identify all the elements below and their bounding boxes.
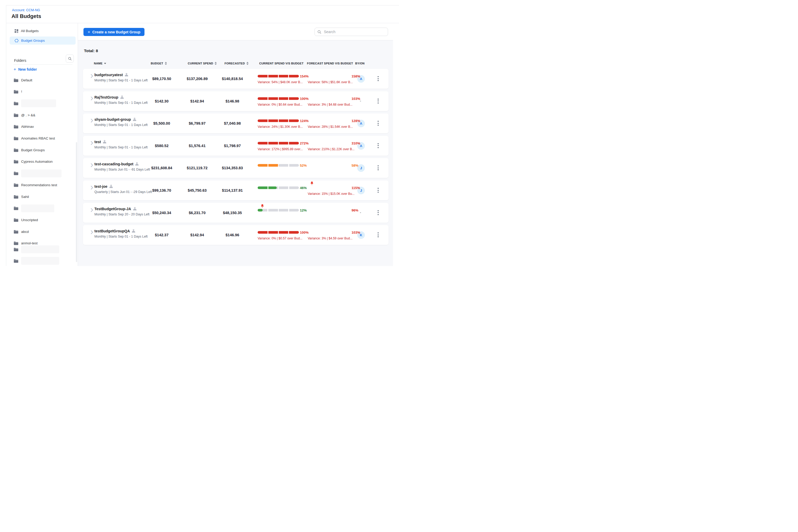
forecasted-value: $1,798.97 — [217, 144, 248, 148]
folder-name: Recommendations test — [21, 183, 57, 187]
current-vs-budget-percent: 124% — [300, 119, 308, 123]
kebab-menu-icon[interactable] — [376, 120, 380, 126]
chevron-right-icon[interactable] — [91, 96, 93, 101]
bar-segment-gap — [288, 75, 289, 78]
budget-group-name[interactable]: test — [94, 140, 101, 144]
folder-search-button[interactable] — [66, 55, 74, 62]
sidebar-item-budget-groups[interactable]: Budget Groups — [10, 37, 76, 44]
table-row: test-cascading-budget Monthly | Starts J… — [83, 158, 388, 178]
bar-segment-gap — [278, 75, 279, 78]
name-cell: budgetsuryatest Monthly | Starts Sep 01 … — [94, 73, 148, 82]
folder-item[interactable]: Cypress Automation — [14, 158, 53, 166]
piggy-bank-icon — [14, 39, 19, 42]
create-budget-group-button[interactable]: + Create a new Budget Group — [83, 28, 145, 36]
column-label: FORECASTED — [225, 62, 245, 65]
folder-name: anmol-test — [21, 241, 38, 245]
forecasted-value: $7,040.98 — [217, 121, 248, 126]
kebab-menu-icon[interactable] — [376, 165, 380, 171]
current-variance-text: Variance: 0% | $0.64 over Bud... — [258, 103, 303, 107]
budget-value: $99,136.70 — [146, 188, 177, 192]
current-vs-budget-bar — [258, 142, 299, 145]
folder-item[interactable]: ! — [14, 88, 22, 96]
folder-icon — [14, 247, 19, 251]
budget-group-name[interactable]: RajTestGroup — [94, 95, 118, 99]
folder-icon — [14, 90, 19, 94]
folder-icon — [14, 136, 19, 140]
folder-item[interactable]: Budget Groups — [14, 146, 45, 154]
current-spend-value: $6,231.70 — [182, 211, 213, 215]
folder-name: Cypress Automation — [21, 159, 53, 164]
chevron-right-icon[interactable] — [91, 141, 93, 146]
sidebar-item-all-budgets[interactable]: All Budgets — [10, 27, 76, 35]
column-header-name[interactable]: NAME — [94, 62, 106, 65]
bell-icon — [310, 181, 314, 187]
folder-item[interactable] — [14, 99, 56, 107]
chevron-right-icon[interactable] — [91, 163, 93, 168]
column-header-budget[interactable]: BUDGET — [151, 62, 167, 65]
budget-group-name[interactable]: test-joe — [94, 184, 108, 189]
table-row: budgetsuryatest Monthly | Starts Sep 01 … — [83, 69, 388, 89]
budget-group-name[interactable]: TestBudgetGroup-JA — [94, 207, 131, 211]
budget-group-name[interactable]: test-cascading-budget — [94, 162, 133, 166]
budget-value: $231,608.84 — [146, 166, 177, 170]
folder-icon — [14, 113, 19, 117]
chevron-right-icon[interactable] — [91, 186, 93, 191]
folder-item[interactable] — [14, 257, 59, 265]
bar-segment-gap — [278, 231, 279, 234]
column-header-forecasted[interactable]: FORECASTED — [225, 62, 249, 65]
chevron-right-icon[interactable] — [91, 119, 93, 124]
column-label: NAME — [94, 62, 102, 65]
folder-item[interactable] — [14, 245, 59, 253]
chevron-right-icon[interactable] — [91, 74, 93, 79]
current-spend-value: $121,119.72 — [182, 166, 213, 170]
hierarchy-icon — [120, 95, 124, 99]
kebab-menu-icon[interactable] — [376, 76, 380, 82]
folder-item[interactable]: Recommendations test — [14, 181, 57, 189]
kebab-menu-icon[interactable] — [376, 210, 380, 216]
folder-item[interactable]: Sahil — [14, 193, 29, 201]
hierarchy-icon — [133, 207, 137, 211]
search-input[interactable] — [323, 30, 385, 34]
new-folder-button[interactable]: + New folder — [14, 67, 37, 72]
budget-group-name[interactable]: testBudgetGroupQA — [94, 229, 130, 233]
chevron-right-icon[interactable] — [91, 208, 93, 213]
kebab-menu-icon[interactable] — [376, 98, 380, 104]
budget-group-name[interactable]: shyam-budget-group — [94, 117, 131, 121]
table-row: TestBudgetGroup-JA Monthly | Starts Sep … — [83, 203, 388, 223]
budget-schedule: Monthly | Starts Jun 01 - -91 Days Left — [94, 168, 150, 171]
name-cell: RajTestGroup Monthly | Starts Sep 01 - 1… — [94, 95, 148, 104]
folder-item[interactable]: Abhinav — [14, 123, 34, 131]
forecasted-value: $134,353.83 — [217, 166, 248, 170]
current-vs-budget-bar — [258, 231, 299, 234]
sort-arrows-icon — [165, 62, 167, 65]
bar-segment-gap — [268, 209, 268, 212]
folder-icon — [14, 218, 19, 222]
budget-group-name[interactable]: budgetsuryatest — [94, 73, 123, 77]
folder-item[interactable]: Default — [14, 76, 32, 84]
column-header-current-spend[interactable]: CURRENT SPEND — [188, 62, 217, 65]
forecast-vs-budget-percent: 310% — [352, 141, 360, 145]
folder-name: Anomalies RBAC test — [21, 136, 55, 140]
chevron-right-icon[interactable] — [91, 230, 93, 235]
forecast-vs-budget-percent: 128% — [352, 119, 360, 123]
kebab-menu-icon[interactable] — [376, 232, 380, 238]
name-cell: testBudgetGroupQA Monthly | Starts Sep 0… — [94, 229, 148, 239]
folder-item[interactable]: @ . > && — [14, 111, 36, 119]
kebab-menu-icon[interactable] — [376, 187, 380, 193]
column-label: BY/ON — [355, 62, 365, 65]
plus-icon: + — [88, 30, 90, 35]
folder-item[interactable]: abcd — [14, 228, 29, 235]
folder-item[interactable] — [14, 205, 54, 212]
kebab-menu-icon[interactable] — [376, 142, 380, 149]
folder-icon — [14, 241, 19, 245]
name-cell: test Monthly | Starts Sep 01 - 1 Days Le… — [94, 140, 148, 149]
sidebar-scrollbar[interactable] — [76, 142, 77, 262]
bar-segment-gap — [288, 164, 289, 167]
budget-schedule: Quarterly | Starts Jun 01 - -29 Days Lef… — [94, 190, 152, 194]
folder-item[interactable]: Anomalies RBAC test — [14, 135, 55, 142]
folder-item[interactable]: Unscripted — [14, 216, 38, 224]
forecast-vs-budget-percent: 58% — [352, 164, 358, 167]
account-breadcrumb-link[interactable]: Account: CCM-NG — [12, 8, 40, 12]
folder-item[interactable] — [14, 170, 61, 177]
search-box[interactable] — [315, 27, 388, 36]
